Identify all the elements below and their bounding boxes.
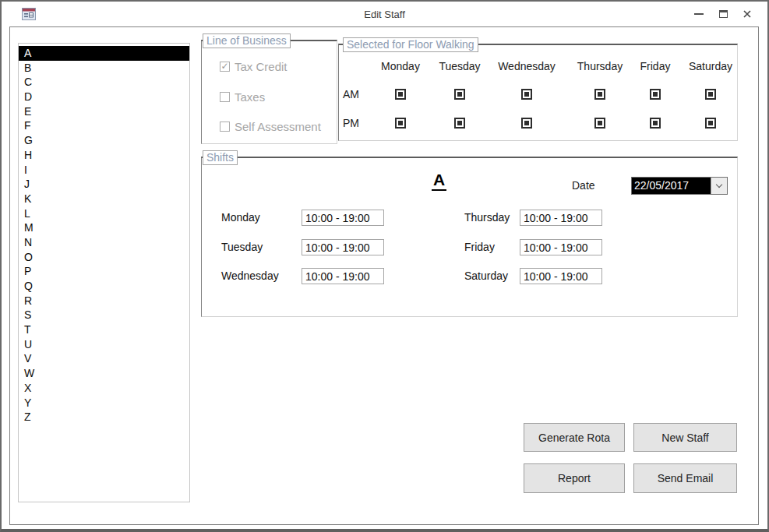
maximize-button[interactable]	[717, 6, 729, 22]
staff-list-item-n[interactable]: N	[19, 235, 189, 250]
maximize-icon	[719, 10, 728, 18]
date-label: Date	[572, 179, 595, 192]
close-button[interactable]	[741, 6, 753, 22]
staff-list-item-z[interactable]: Z	[19, 410, 189, 425]
floorwalk-checkbox-friday-am[interactable]	[650, 89, 661, 100]
shift-day-label-thursday: Thursday	[464, 210, 510, 226]
staff-list-item-c[interactable]: C	[19, 75, 189, 90]
floorwalk-checkbox-thursday-pm[interactable]	[594, 118, 605, 129]
checkbox-label: Tax Credit	[235, 60, 287, 73]
checked-fill	[398, 92, 403, 97]
floor-walking-group-label: Selected for Floor Walking	[343, 37, 478, 52]
titlebar: Edit Staff	[2, 2, 767, 26]
staff-list-item-o[interactable]: O	[19, 250, 189, 265]
staff-listbox[interactable]: ABCDEFGHIJKLMNOPQRSTUVWXYZ	[18, 43, 190, 502]
day-header-wednesday: Wednesday	[498, 60, 556, 72]
checked-fill	[653, 92, 658, 97]
staff-list-item-g[interactable]: G	[19, 133, 189, 148]
floorwalk-checkbox-saturday-am[interactable]	[705, 89, 716, 100]
staff-list-item-h[interactable]: H	[19, 148, 189, 163]
minimize-button[interactable]	[693, 6, 705, 22]
check-icon: ✓	[220, 62, 228, 71]
staff-list-item-u[interactable]: U	[19, 337, 189, 352]
shift-input-wednesday[interactable]: 10:00 - 19:00	[302, 268, 384, 284]
staff-list-item-x[interactable]: X	[19, 381, 189, 396]
staff-list-item-y[interactable]: Y	[19, 396, 189, 410]
shift-day-label-tuesday: Tuesday	[221, 239, 263, 255]
floorwalk-checkbox-monday-am[interactable]	[395, 89, 406, 100]
staff-list-item-b[interactable]: B	[19, 61, 189, 76]
staff-list-item-j[interactable]: J	[19, 177, 189, 192]
shift-input-friday[interactable]: 10:00 - 19:00	[520, 239, 602, 255]
staff-list-item-s[interactable]: S	[19, 308, 189, 322]
floorwalk-checkbox-wednesday-pm[interactable]	[521, 118, 532, 129]
floorwalk-checkbox-saturday-pm[interactable]	[705, 118, 716, 129]
minimize-icon	[694, 13, 704, 15]
checked-fill	[398, 121, 403, 125]
staff-list-item-p[interactable]: P	[19, 264, 189, 279]
shift-day-label-wednesday: Wednesday	[221, 268, 279, 284]
staff-list-item-v[interactable]: V	[19, 351, 189, 366]
floorwalk-checkbox-tuesday-pm[interactable]	[454, 118, 465, 129]
line-of-business-option: Taxes	[202, 90, 265, 104]
checked-fill	[708, 121, 713, 125]
line-of-business-group: ✓Tax CreditTaxesSelf Assessment	[201, 40, 337, 144]
checkbox-label: Taxes	[235, 90, 265, 104]
checked-fill	[653, 121, 658, 125]
staff-list-item-m[interactable]: M	[19, 220, 189, 235]
shift-day-label-saturday: Saturday	[464, 268, 508, 284]
date-combobox[interactable]: 22/05/2017	[631, 177, 728, 195]
day-header-tuesday: Tuesday	[439, 60, 480, 72]
floor-walking-group: MondayTuesdayWednesdayThursdayFridaySatu…	[338, 44, 738, 141]
floorwalk-checkbox-thursday-am[interactable]	[594, 89, 605, 100]
self-assessment-checkbox[interactable]	[220, 122, 230, 132]
edit-staff-window: Edit Staff ABCDEFGHIJKLMNOPQRSTUVWXYZ ✓T…	[0, 0, 769, 532]
date-combobox-value[interactable]: 22/05/2017	[632, 178, 711, 194]
shifts-group-label: Shifts	[203, 150, 238, 165]
taxes-checkbox[interactable]	[220, 92, 230, 102]
day-header-monday: Monday	[381, 60, 420, 72]
floorwalk-checkbox-monday-pm[interactable]	[395, 118, 406, 129]
generate-rota-button[interactable]: Generate Rota	[524, 423, 625, 452]
day-header-friday: Friday	[640, 60, 671, 72]
row-label-am: AM	[343, 88, 359, 100]
row-label-pm: PM	[343, 117, 359, 129]
checked-fill	[457, 121, 462, 125]
shift-input-saturday[interactable]: 10:00 - 19:00	[520, 268, 602, 284]
staff-list-item-e[interactable]: E	[19, 104, 189, 119]
staff-list-item-q[interactable]: Q	[19, 279, 189, 294]
send-email-button[interactable]: Send Email	[633, 463, 737, 493]
report-button[interactable]: Report	[524, 463, 625, 493]
line-of-business-option: ✓Tax Credit	[202, 59, 287, 73]
checkbox-label: Self Assessment	[235, 120, 321, 133]
chevron-down-icon	[716, 181, 722, 188]
staff-list-item-d[interactable]: D	[19, 90, 189, 104]
floorwalk-checkbox-tuesday-am[interactable]	[454, 89, 465, 100]
new-staff-button[interactable]: New Staff	[633, 423, 737, 452]
staff-list-item-w[interactable]: W	[19, 366, 189, 381]
staff-list-item-k[interactable]: K	[19, 192, 189, 206]
floorwalk-checkbox-wednesday-am[interactable]	[521, 89, 532, 100]
staff-list-item-a[interactable]: A	[19, 46, 189, 61]
staff-list-item-f[interactable]: F	[19, 118, 189, 133]
shift-input-tuesday[interactable]: 10:00 - 19:00	[302, 239, 384, 255]
checked-fill	[708, 92, 713, 97]
form-panel: ABCDEFGHIJKLMNOPQRSTUVWXYZ ✓Tax CreditTa…	[9, 26, 759, 525]
date-combobox-dropdown-button[interactable]	[711, 178, 727, 194]
day-header-thursday: Thursday	[577, 60, 623, 72]
checked-fill	[524, 92, 529, 97]
staff-list-item-l[interactable]: L	[19, 206, 189, 221]
window-controls	[693, 2, 753, 26]
staff-list-item-r[interactable]: R	[19, 294, 189, 308]
staff-initial: A	[432, 171, 446, 191]
window-title: Edit Staff	[2, 9, 767, 20]
shift-input-thursday[interactable]: 10:00 - 19:00	[520, 210, 602, 226]
floorwalk-checkbox-friday-pm[interactable]	[650, 118, 661, 129]
staff-list-item-i[interactable]: I	[19, 163, 189, 178]
staff-list-item-t[interactable]: T	[19, 322, 189, 337]
tax-credit-checkbox[interactable]: ✓	[220, 62, 230, 72]
line-of-business-group-label: Line of Business	[203, 33, 291, 48]
checked-fill	[598, 121, 602, 125]
shift-input-monday[interactable]: 10:00 - 19:00	[302, 210, 384, 226]
close-icon	[743, 9, 752, 19]
